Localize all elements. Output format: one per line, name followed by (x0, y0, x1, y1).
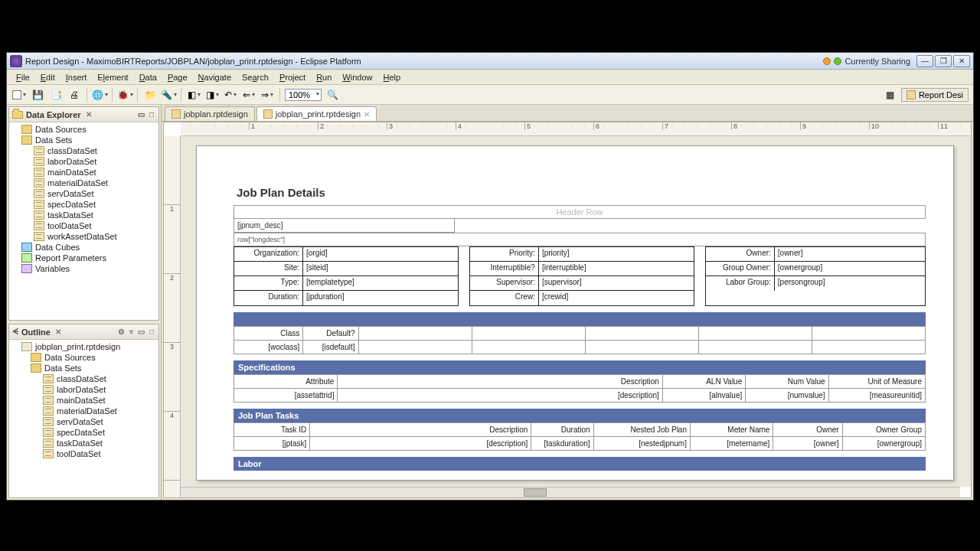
data-explorer-tree[interactable]: Data Sources Data Sets classDataSet labo… (9, 124, 158, 274)
new-button[interactable]: ▾ (11, 87, 27, 103)
forward-button[interactable]: ⇒▾ (260, 87, 275, 103)
details-col-3[interactable]: Owner:[owner] Group Owner:[ownergroup] L… (705, 246, 926, 306)
menu-data[interactable]: Data (135, 71, 162, 83)
close-tab-icon[interactable]: ✕ (364, 110, 370, 119)
outline-item[interactable]: classDataSet (57, 374, 106, 383)
value-siteid[interactable]: [siteid] (303, 262, 458, 276)
menu-element[interactable]: Element (93, 71, 132, 83)
menu-insert[interactable]: Insert (61, 71, 92, 83)
cell-woclass[interactable]: [woclass] (234, 341, 303, 354)
outline-item[interactable]: mainDataSet (57, 396, 106, 405)
value-interruptible[interactable]: [interruptible] (539, 262, 694, 276)
print-button[interactable]: 🖨 (67, 87, 82, 103)
value-owner[interactable]: [owner] (775, 247, 925, 261)
details-col-2[interactable]: Priority:[priority] Interruptible?[inter… (469, 246, 694, 306)
longdesc-field[interactable]: row["longdesc"] (234, 233, 926, 246)
tab-jobplan-print[interactable]: jobplan_print.rptdesign✕ (256, 106, 377, 121)
cell-meter[interactable]: [metername] (690, 437, 773, 451)
perspective-button[interactable]: Report Desi (901, 88, 969, 102)
class-table[interactable]: ClassDefault? [woclass][isdefault] (234, 326, 926, 354)
cell-nested[interactable]: [nestedjpnum] (593, 437, 690, 451)
cell-tdur[interactable]: [taskduration] (531, 437, 593, 451)
editor-canvas[interactable]: 1234567891011 1234 Job Plan Details Head… (163, 122, 972, 498)
cell-desc[interactable]: [description] (338, 389, 662, 403)
tree-data-cubes[interactable]: Data Cubes (35, 243, 80, 252)
nav-button-3[interactable]: ↶▾ (223, 87, 238, 103)
debug-button[interactable]: 🐞▾ (117, 87, 132, 103)
perspective-switch-icon[interactable]: ▦ (883, 87, 898, 103)
menu-window[interactable]: Window (338, 71, 377, 83)
nav-button-2[interactable]: ◨▾ (204, 87, 220, 103)
outline-item[interactable]: taskDataSet (57, 439, 103, 448)
minimize-button[interactable]: — (916, 55, 933, 67)
run-button[interactable]: 🌐▾ (92, 87, 107, 103)
search-button[interactable]: 🔦▾ (161, 87, 176, 103)
outline-menu-icon[interactable]: ▿ (128, 328, 135, 336)
outline-sets[interactable]: Data Sets (44, 364, 81, 373)
tree-report-parameters[interactable]: Report Parameters (35, 253, 106, 262)
cell-aln[interactable]: [alnvalue] (662, 389, 745, 403)
details-col-1[interactable]: Organization:[orgid] Site:[siteid] Type:… (234, 246, 459, 306)
tree-item[interactable]: mainDataSet (47, 168, 96, 177)
value-group-owner[interactable]: [ownergroup] (775, 262, 925, 276)
cell-isdefault[interactable]: [isdefault] (303, 341, 358, 354)
labor-bar[interactable]: Labor (234, 457, 926, 471)
horizontal-scrollbar[interactable] (181, 487, 960, 497)
tasks-table[interactable]: Task ID Description Duration Nested Job … (234, 422, 926, 451)
zoom-combo[interactable]: 100% (285, 89, 322, 101)
value-crew[interactable]: [crewid] (539, 291, 694, 305)
menu-edit[interactable]: Edit (36, 71, 60, 83)
tree-item[interactable]: toolDataSet (47, 221, 91, 230)
menu-search[interactable]: Search (237, 71, 273, 83)
value-orgid[interactable]: [orgid] (303, 247, 458, 261)
tree-item[interactable]: workAssetDataSet (47, 232, 116, 241)
tree-data-sources[interactable]: Data Sources (35, 125, 87, 134)
menu-page[interactable]: Page (163, 71, 192, 83)
tree-item[interactable]: laborDataSet (47, 157, 96, 166)
cell-task[interactable]: [jptask] (234, 437, 310, 451)
tree-item[interactable]: materialDataSet (47, 178, 108, 187)
cell-uom[interactable]: [measureunitid] (828, 389, 925, 403)
open-button[interactable]: 📁 (142, 87, 158, 103)
maximize-panel-icon[interactable]: □ (148, 110, 155, 119)
report-title[interactable]: Job Plan Details (234, 183, 926, 205)
tree-item[interactable]: taskDataSet (47, 210, 93, 220)
specifications-bar[interactable]: Specifications (234, 360, 926, 374)
close-panel-icon[interactable]: ✕ (86, 110, 92, 119)
value-labor-group[interactable]: [persongroup] (775, 276, 925, 291)
outline-item[interactable]: materialDataSet (57, 406, 117, 416)
outline-item[interactable]: toolDataSet (57, 449, 100, 458)
outline-root[interactable]: jobplan_print.rptdesign (35, 342, 120, 351)
value-priority[interactable]: [priority] (539, 247, 694, 261)
outline-filter-icon[interactable]: ⚙ (116, 328, 126, 336)
value-type[interactable]: [templatetype] (303, 276, 458, 290)
zoom-picker[interactable]: 🔍 (325, 87, 340, 103)
outline-sources[interactable]: Data Sources (44, 353, 96, 362)
menu-navigate[interactable]: Navigate (194, 71, 236, 83)
tree-item[interactable]: classDataSet (47, 146, 97, 155)
menu-help[interactable]: Help (378, 71, 405, 83)
save-all-button[interactable]: 📑 (48, 87, 64, 103)
close-button[interactable]: ✕ (953, 55, 970, 67)
outline-item[interactable]: specDataSet (57, 428, 105, 437)
tab-jobplan[interactable]: jobplan.rptdesign (165, 106, 255, 121)
maximize-button[interactable]: ❐ (935, 55, 952, 67)
cell-num[interactable]: [numvalue] (746, 389, 828, 403)
cell-townergroup[interactable]: [ownergroup] (842, 437, 925, 451)
outline-max-icon[interactable]: □ (148, 328, 155, 336)
outline-item[interactable]: servDataSet (57, 417, 103, 426)
outline-min-icon[interactable]: ▭ (136, 328, 146, 336)
nav-button-1[interactable]: ◧▾ (186, 87, 201, 103)
spec-table[interactable]: Attribute Description ALN Value Num Valu… (234, 374, 926, 403)
minimize-panel-icon[interactable]: ▭ (136, 110, 146, 119)
menu-project[interactable]: Project (275, 71, 310, 83)
menu-run[interactable]: Run (312, 71, 336, 83)
close-outline-icon[interactable]: ✕ (55, 328, 61, 336)
menu-file[interactable]: File (11, 71, 34, 83)
tree-data-sets[interactable]: Data Sets (35, 135, 72, 145)
tree-variables[interactable]: Variables (35, 264, 70, 273)
report-page[interactable]: Job Plan Details Header Row [jpnum_desc]… (196, 145, 954, 481)
tree-item[interactable]: servDataSet (47, 189, 94, 198)
section-bar-1[interactable] (234, 312, 926, 326)
cell-tdesc[interactable]: [description] (310, 437, 531, 451)
